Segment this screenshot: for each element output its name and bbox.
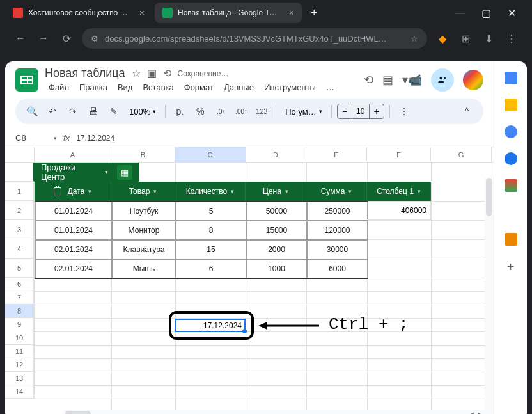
search-icon[interactable]: 🔍 [23,102,41,120]
cell[interactable]: 8 [176,221,246,240]
row-header-9[interactable]: 9 [5,318,35,331]
forward-button[interactable]: → [36,33,51,44]
font-select[interactable]: По ум… ▾ [281,107,325,116]
column-header-B[interactable]: B [111,147,175,162]
extension-icon[interactable]: ◆ [435,33,450,45]
table-settings-icon[interactable]: ▦ [117,165,132,180]
row-header-8[interactable]: 8 [5,305,35,318]
menu-…[interactable]: … [322,81,338,93]
redo-button[interactable]: ↷ [64,102,82,120]
cell[interactable]: 6000 [307,259,368,278]
cell[interactable]: 5 [176,202,246,221]
menu-файл[interactable]: Файл [45,81,73,93]
font-size-value[interactable]: 10 [352,104,370,118]
chevron-down-icon[interactable]: ▾ [105,169,108,175]
new-tab-button[interactable]: + [304,6,324,20]
scroll-left-button[interactable]: ◀ [467,411,476,415]
cell[interactable]: 15 [176,240,246,259]
menu-вид[interactable]: Вид [114,81,137,93]
cell[interactable]: 01.01.2024 [35,202,112,221]
cell[interactable]: Монитор [112,221,176,240]
increase-decimal-button[interactable]: .00↑ [232,102,250,120]
comments-icon[interactable]: ▤ [382,73,393,87]
cell[interactable]: 15000 [246,221,307,240]
url-input[interactable]: ⚙ docs.google.com/spreadsheets/d/13VMS3J… [82,28,427,49]
row-header-3[interactable]: 3 [5,220,35,239]
column-header-C[interactable]: C [175,147,246,162]
doc-title[interactable]: Новая таблица [45,67,125,80]
formula-input[interactable]: 17.12.2024 [76,134,483,143]
maximize-button[interactable]: ▢ [478,7,494,19]
row-header-10[interactable]: 10 [5,331,35,345]
cell[interactable]: Ноутбук [112,202,176,221]
calendar-icon[interactable] [505,72,517,84]
cell[interactable]: 02.01.2024 [35,240,112,259]
meet-icon[interactable]: ▾📹 [402,73,422,87]
cell[interactable]: Клавиатура [112,240,176,259]
reload-button[interactable]: ⟳ [59,33,74,45]
fx-icon[interactable]: fx [63,133,70,143]
print-button[interactable]: 🖶 [84,102,102,120]
decrease-decimal-button[interactable]: .0↓ [212,102,230,120]
menu-формат[interactable]: Формат [180,81,217,93]
cell[interactable]: 2000 [246,240,307,259]
minimize-button[interactable]: — [453,7,468,19]
bookmark-icon[interactable]: ☆ [411,34,418,44]
contacts-icon[interactable] [505,152,517,165]
column-header-E[interactable]: E [306,147,367,162]
select-all-corner[interactable] [5,147,35,162]
menu-вставка[interactable]: Вставка [139,81,177,93]
table-header-3[interactable]: Цена▾ [246,182,306,201]
menu-данные[interactable]: Данные [220,81,258,93]
more-tools-button[interactable]: ⋮ [395,102,413,120]
vertical-scrollbar[interactable] [485,178,494,414]
zoom-select[interactable]: 100% ▾ [125,107,160,116]
column-header-A[interactable]: A [35,147,111,162]
percent-button[interactable]: % [191,102,209,120]
close-icon[interactable]: × [289,8,294,18]
cell[interactable]: 50000 [246,202,307,221]
row-header-13[interactable]: 13 [5,372,35,385]
row-header-5[interactable]: 5 [5,259,35,278]
spreadsheet-grid[interactable]: ABCDEFG 1234567891011121314 Продажи Цент… [5,147,494,414]
font-size-decrease[interactable]: − [338,106,352,116]
scroll-right-button[interactable]: ▶ [476,411,485,415]
menu-icon[interactable]: ⋮ [504,33,519,45]
keep-icon[interactable] [505,99,517,111]
row-header-7[interactable]: 7 [5,291,35,305]
maps-icon[interactable] [505,179,517,192]
fill-handle[interactable] [242,329,247,333]
table-header-4[interactable]: Сумма▾ [306,182,367,201]
table-header-2[interactable]: Количество▾ [175,182,246,201]
browser-tab-active[interactable]: Новая таблица - Google Табли… × [155,3,302,23]
table-header-1[interactable]: Товар▾ [111,182,175,201]
scrollbar-thumb[interactable] [65,411,91,414]
scrollbar-thumb[interactable] [486,178,492,216]
browser-tab[interactable]: Хостинговое сообщество «Tin… × [5,3,152,23]
cell[interactable]: 01.01.2024 [35,221,112,240]
column-header-G[interactable]: G [431,147,492,162]
row-header-4[interactable]: 4 [5,239,35,259]
addon-icon[interactable] [505,233,517,246]
cell[interactable]: 02.01.2024 [35,259,112,278]
collapse-toolbar-button[interactable]: ^ [458,102,476,120]
close-icon[interactable]: × [139,8,145,18]
download-icon[interactable]: ⬇ [481,33,496,45]
cell-f2[interactable]: 406000 [367,201,431,220]
row-header-11[interactable]: 11 [5,345,35,358]
close-button[interactable]: ✕ [504,7,519,19]
currency-button[interactable]: р. [171,102,189,120]
horizontal-scrollbar[interactable]: ◀ ▶ [64,410,485,414]
number-format-button[interactable]: 123 [253,102,270,120]
table-header-0[interactable]: Дата▾ [35,182,111,201]
cloud-icon[interactable]: ⟲ [163,67,171,79]
row-header-6[interactable]: 6 [5,278,35,291]
extensions-icon[interactable]: ⊞ [458,33,473,45]
font-size-increase[interactable]: + [370,106,384,116]
column-header-D[interactable]: D [246,147,306,162]
tasks-icon[interactable] [505,125,517,138]
sheets-logo[interactable] [15,68,38,92]
cell-reference[interactable]: C8 [15,133,47,143]
active-cell[interactable]: 17.12.2024 [175,319,246,332]
row-header-0[interactable] [5,163,35,182]
